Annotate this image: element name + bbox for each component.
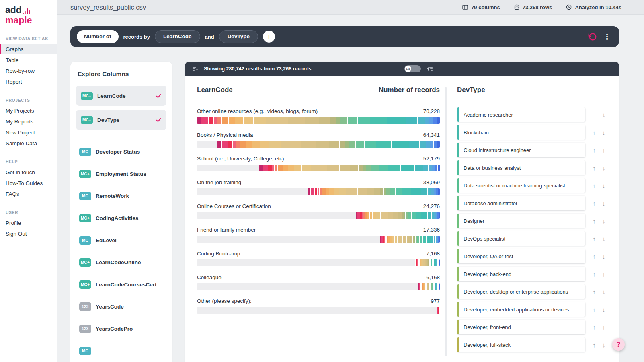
- devtype-card[interactable]: Data or business analyst: [457, 160, 585, 175]
- explore-column-item[interactable]: MC+DevType: [76, 110, 166, 130]
- explore-column-item[interactable]: 123YearsCodePro: [76, 321, 166, 337]
- bar-segment: [388, 236, 390, 243]
- bar-track[interactable]: [197, 283, 440, 290]
- move-up-icon[interactable]: ↑: [590, 165, 598, 171]
- column-name: YearsCode: [96, 304, 124, 310]
- sort-order-icon[interactable]: [427, 66, 433, 72]
- group-by-button-learncode[interactable]: LearnCode: [155, 30, 200, 43]
- bar-track[interactable]: [197, 117, 440, 124]
- kebab-menu-icon[interactable]: ⋮: [601, 32, 613, 41]
- move-up-icon[interactable]: ↑: [590, 341, 598, 348]
- devtype-card[interactable]: DevOps specialist: [457, 231, 585, 246]
- move-up-icon[interactable]: ↑: [590, 306, 598, 313]
- move-down-icon[interactable]: ↓: [600, 200, 608, 207]
- move-down-icon[interactable]: ↓: [600, 341, 608, 348]
- devtype-card[interactable]: Database administrator: [457, 196, 585, 210]
- sidebar-item-how-to-guides[interactable]: How-To Guides: [0, 178, 57, 188]
- sidebar-item-new-project[interactable]: New Project: [0, 128, 57, 138]
- bar-track[interactable]: [197, 259, 440, 266]
- bar-segment: [436, 212, 437, 219]
- explore-column-item[interactable]: MCDeveloper Status: [76, 144, 166, 160]
- explore-column-item[interactable]: 123YearsCode: [76, 298, 166, 315]
- bar-track[interactable]: [197, 236, 440, 243]
- sidebar-item-faqs[interactable]: FAQs: [0, 189, 57, 199]
- move-down-icon[interactable]: ↓: [600, 253, 608, 260]
- measure-button[interactable]: Number of: [77, 30, 119, 43]
- devtype-card[interactable]: Developer, front-end: [457, 320, 585, 334]
- sidebar-item-report[interactable]: Report: [0, 77, 57, 87]
- devtype-header: DevType: [457, 86, 608, 99]
- move-down-icon[interactable]: ↓: [600, 324, 608, 331]
- devtype-card[interactable]: Blockchain: [457, 125, 585, 140]
- move-up-icon[interactable]: ↑: [590, 218, 598, 224]
- move-down-icon[interactable]: ↓: [600, 306, 608, 313]
- sidebar-item-profile[interactable]: Profile: [0, 218, 57, 228]
- explore-column-item[interactable]: MCRemoteWork: [76, 188, 166, 204]
- explore-column-item[interactable]: MC+Employment Status: [76, 166, 166, 182]
- bar-segment: [434, 259, 435, 266]
- move-down-icon[interactable]: ↓: [600, 288, 608, 295]
- bar-segment: [358, 117, 370, 124]
- bar-segment: [438, 259, 438, 266]
- devtype-card[interactable]: Developer, full-stack: [457, 337, 585, 352]
- bar-track[interactable]: [197, 141, 440, 148]
- sort-descending-icon[interactable]: [192, 66, 199, 72]
- explore-column-item[interactable]: MC: [76, 343, 166, 359]
- devtype-card[interactable]: Developer, back-end: [457, 267, 585, 281]
- move-down-icon[interactable]: ↓: [600, 271, 608, 278]
- explore-column-item[interactable]: MC+CodingActivities: [76, 210, 166, 226]
- explore-column-item[interactable]: MCEdLevel: [76, 232, 166, 248]
- bar-track[interactable]: [197, 188, 440, 195]
- move-down-icon[interactable]: ↓: [600, 182, 608, 189]
- move-down-icon[interactable]: ↓: [600, 147, 608, 154]
- devtype-card[interactable]: Data scientist or machine learning speci…: [457, 178, 585, 193]
- move-up-icon[interactable]: ↑: [590, 288, 598, 295]
- sidebar-item-my-projects[interactable]: My Projects: [0, 106, 57, 116]
- move-down-icon[interactable]: ↓: [600, 129, 608, 136]
- explore-column-item[interactable]: MC+LearnCodeOnline: [76, 254, 166, 270]
- move-up-icon[interactable]: ↑: [590, 200, 598, 207]
- sidebar-item-sample-data[interactable]: Sample Data: [0, 138, 57, 148]
- devtype-card[interactable]: Developer, QA or test: [457, 249, 585, 263]
- devtype-card[interactable]: Developer, desktop or enterprise applica…: [457, 284, 585, 299]
- devtype-card[interactable]: Developer, embedded applications or devi…: [457, 302, 585, 317]
- move-down-icon[interactable]: ↓: [600, 218, 608, 224]
- move-up-icon[interactable]: ↑: [590, 324, 598, 331]
- app-logo[interactable]: add maple: [0, 0, 57, 25]
- column-type-badge: MC: [79, 347, 91, 355]
- bar-track[interactable]: [197, 212, 440, 219]
- move-up-icon[interactable]: ↑: [590, 235, 598, 242]
- undo-icon[interactable]: [588, 33, 597, 41]
- devtype-card[interactable]: Academic researcher: [457, 107, 585, 122]
- bar-segment: [422, 259, 423, 266]
- move-up-icon[interactable]: ↑: [590, 271, 598, 278]
- bar-track[interactable]: [197, 165, 440, 171]
- sidebar-item-get-in-touch[interactable]: Get in touch: [0, 167, 57, 177]
- move-down-icon[interactable]: ↓: [600, 235, 608, 242]
- help-button[interactable]: ?: [612, 338, 625, 351]
- group-by-button-devtype[interactable]: DevType: [219, 30, 258, 43]
- move-up-icon[interactable]: ↑: [590, 182, 598, 189]
- move-down-icon[interactable]: ↓: [600, 165, 608, 171]
- explore-column-item[interactable]: MC+LearnCode: [76, 86, 166, 106]
- numeric-toggle[interactable]: 123: [404, 65, 421, 72]
- bar-track[interactable]: [197, 307, 440, 314]
- move-up-icon[interactable]: ↑: [590, 253, 598, 260]
- sidebar-item-table[interactable]: Table: [0, 55, 57, 65]
- devtype-card[interactable]: Cloud infrastructure engineer: [457, 143, 585, 157]
- topbar: survey_results_public.csv 79 columns73,2…: [57, 0, 644, 15]
- bar-segment: [414, 236, 415, 243]
- bar-segment: [356, 212, 357, 219]
- devtype-label: Academic researcher: [464, 112, 513, 118]
- move-up-icon[interactable]: ↑: [590, 129, 598, 136]
- explore-column-item[interactable]: MC+LearnCodeCoursesCert: [76, 276, 166, 292]
- sidebar-item-my-reports[interactable]: My Reports: [0, 117, 57, 127]
- move-down-icon[interactable]: ↓: [600, 111, 608, 118]
- devtype-card[interactable]: Designer: [457, 214, 585, 228]
- move-up-icon[interactable]: ↑: [590, 147, 598, 154]
- add-dimension-button[interactable]: +: [263, 31, 275, 43]
- devtype-label: Blockchain: [464, 130, 489, 136]
- sidebar-item-row-by-row[interactable]: Row-by-row: [0, 66, 57, 76]
- sidebar-item-graphs[interactable]: Graphs: [0, 44, 57, 54]
- sidebar-item-sign-out[interactable]: Sign Out: [0, 229, 57, 239]
